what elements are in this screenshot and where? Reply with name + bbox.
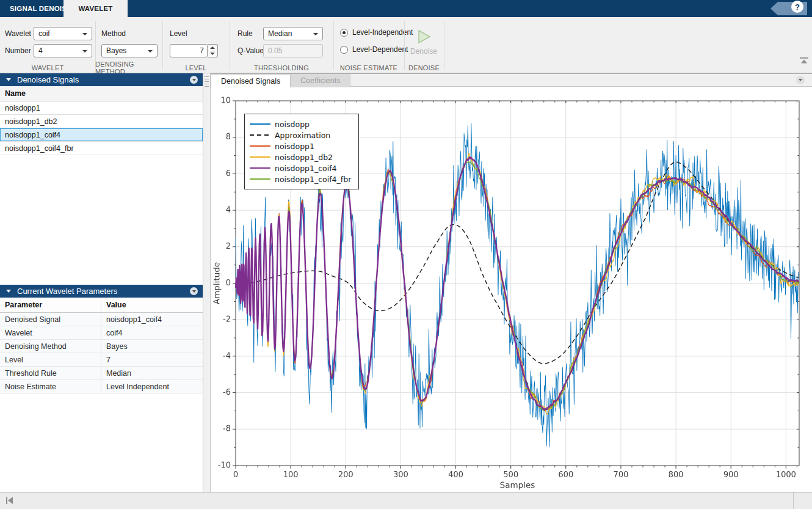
help-icon[interactable]: ? [791, 1, 803, 13]
tab-wavelet[interactable]: WAVELET [63, 0, 128, 17]
figure-area: Denoised SignalsCoefficients noisdoppApp… [211, 73, 812, 492]
parameter-row: Noise EstimateLevel Independent [0, 380, 203, 394]
signal-list-item[interactable]: noisdopp1_coif4 [0, 128, 203, 142]
parameter-name: Denoised Signal [0, 313, 101, 326]
level-label: Level [170, 27, 187, 40]
radio-label: Level-Dependent [352, 45, 408, 54]
section-divider [230, 21, 230, 70]
signals-column-header: Name [0, 86, 203, 101]
panel-title: Current Wavelet Parameters [17, 287, 117, 296]
legend-item: noisdopp1_coif4 [250, 163, 351, 174]
parameters-table: Denoised Signalnoisdopp1_coif4Waveletcoi… [0, 313, 203, 394]
section-divider [162, 21, 163, 70]
radio-circle-icon[interactable] [340, 29, 348, 37]
denoised-signals-panel-header[interactable]: Denoised Signals [0, 73, 203, 86]
parameter-name: Denoising Method [0, 340, 101, 353]
parameter-value: Bayes [101, 340, 203, 353]
panel-title: Denoised Signals [17, 75, 79, 84]
chevron-down-icon [82, 33, 87, 35]
radio-level-dependent[interactable]: Level-Dependent [340, 45, 408, 54]
radio-circle-icon[interactable] [340, 46, 348, 54]
method-dropdown-value: Bayes [106, 46, 126, 55]
splitter-grip[interactable] [205, 76, 209, 89]
level-field[interactable]: 7 [170, 44, 208, 57]
legend-line-sample [250, 134, 270, 136]
figure-tab-coefficients[interactable]: Coefficients [291, 74, 350, 87]
denoise-button-label: Denoise [410, 47, 437, 56]
number-dropdown-value: 4 [38, 46, 43, 55]
wavelet-dropdown-value: coif [38, 29, 50, 38]
signal-list-item[interactable]: noisdopp1 [0, 101, 203, 115]
legend-label: noisdopp1_coif4 [275, 164, 337, 173]
rule-dropdown-value: Median [268, 29, 292, 38]
legend-label: noisdopp [275, 120, 310, 129]
level-stepper[interactable] [208, 44, 218, 57]
denoise-button[interactable]: Denoise [407, 22, 440, 62]
legend-label: noisdopp1_coif4_fbr [275, 175, 351, 184]
panel-splitter[interactable] [203, 73, 211, 492]
collapse-caret-icon[interactable] [6, 78, 11, 81]
qvalue-field: 0.05 [263, 44, 323, 57]
parameter-name: Threshold Rule [0, 367, 101, 379]
status-bar [0, 492, 812, 509]
parameters-table-header: Parameter Value [0, 298, 203, 313]
panel-menu-icon[interactable] [190, 287, 198, 295]
spinner-up-icon[interactable] [208, 45, 217, 51]
legend-item: noisdopp1 [250, 141, 351, 152]
parameter-value: noisdopp1_coif4 [101, 313, 203, 326]
section-divider [333, 21, 334, 70]
title-bar: SIGNAL DENOISER WAVELET ? [0, 0, 812, 17]
number-label: Number [5, 44, 31, 57]
rule-dropdown[interactable]: Median [263, 27, 323, 40]
parameter-row: Denoised Signalnoisdopp1_coif4 [0, 313, 203, 326]
section-caption-thresholding: THRESHOLDING [230, 64, 333, 72]
signal-list-item[interactable]: noisdopp1_coif4_fbr [0, 142, 203, 155]
spinner-down-icon[interactable] [208, 51, 217, 57]
wavelet-label: Wavelet [5, 27, 31, 40]
figure-tab-denoised-signals[interactable]: Denoised Signals [211, 74, 291, 87]
wavelet-toolstrip: Wavelet coif Number 4 WAVELET Method Bay… [0, 17, 812, 73]
chevron-down-icon [313, 33, 318, 35]
legend-item: noisdopp1_coif4_fbr [250, 174, 351, 185]
collapse-panel-icon[interactable] [6, 497, 13, 504]
signal-list-item[interactable]: noisdopp1_db2 [0, 115, 203, 128]
play-icon [416, 29, 432, 45]
panel-menu-icon[interactable] [190, 76, 198, 84]
chevron-down-icon [148, 50, 153, 53]
legend-label: noisdopp1_db2 [275, 153, 333, 162]
plot-legend[interactable]: noisdoppApproximationnoisdopp1noisdopp1_… [244, 114, 359, 189]
legend-label: noisdopp1 [275, 142, 314, 151]
legend-line-sample [250, 156, 270, 158]
parameter-value: Median [101, 367, 203, 379]
legend-line-sample [250, 145, 270, 147]
parameter-row: Threshold RuleMedian [0, 367, 203, 380]
method-dropdown[interactable]: Bayes [101, 44, 158, 57]
status-bar-divider [793, 493, 794, 509]
figure-tabstrip: Denoised SignalsCoefficients [211, 73, 812, 87]
section-caption-denoising-method: DENOISING METHOD [95, 64, 162, 72]
legend-line-sample [250, 123, 270, 125]
parameter-column-header: Parameter [0, 298, 101, 312]
collapse-toolstrip-icon[interactable] [800, 57, 808, 64]
legend-label: Approximation [275, 131, 330, 140]
parameter-row: Denoising MethodBayes [0, 340, 203, 353]
parameter-name: Noise Estimate [0, 380, 101, 393]
rule-label: Rule [237, 27, 253, 40]
radio-level-independent[interactable]: Level-Independent [340, 27, 413, 37]
signals-list: noisdopp1noisdopp1_db2noisdopp1_coif4noi… [0, 101, 203, 155]
wavelet-parameters-panel-header[interactable]: Current Wavelet Parameters [0, 285, 203, 298]
legend-line-sample [250, 178, 270, 180]
figure-menu-icon[interactable] [796, 76, 805, 84]
legend-item: noisdopp1_db2 [250, 152, 351, 163]
parameter-name: Level [0, 353, 101, 366]
wavelet-dropdown[interactable]: coif [34, 27, 92, 40]
parameter-row: Waveletcoif4 [0, 326, 203, 340]
value-column-header: Value [101, 298, 203, 312]
section-divider [404, 21, 405, 70]
section-caption-wavelet: WAVELET [0, 64, 95, 72]
collapse-caret-icon[interactable] [6, 290, 11, 293]
number-dropdown[interactable]: 4 [34, 44, 92, 57]
parameter-row: Level7 [0, 353, 203, 367]
qvalue-label: Q-Value [237, 44, 264, 57]
parameter-value: Level Independent [101, 380, 203, 393]
